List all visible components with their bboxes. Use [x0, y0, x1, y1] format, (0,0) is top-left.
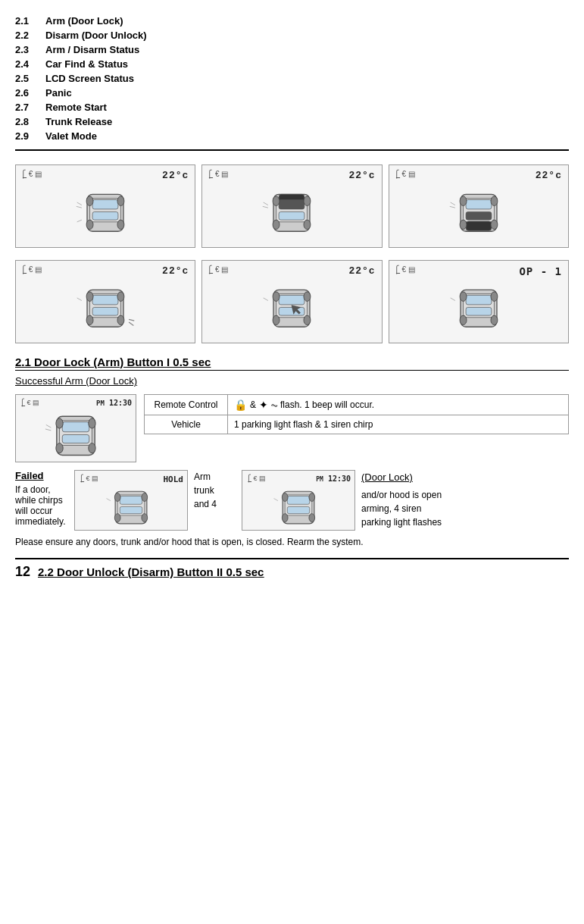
svg-line-53: [264, 298, 268, 301]
car-diagram-3: ⎧̲ € ▤ 22°c: [389, 164, 569, 248]
right-car-svg: [246, 486, 351, 526]
svg-rect-26: [466, 211, 492, 220]
svg-point-30: [491, 220, 498, 229]
failed-car-right-image: ⎧̲ € ▤ PM 12:30: [242, 470, 355, 531]
svg-point-27: [460, 196, 467, 205]
signal-icon: ⎧̲ € ▤: [20, 170, 42, 178]
toc-item: 2.5 LCD Screen Status: [15, 71, 569, 86]
svg-point-7: [117, 220, 124, 229]
svg-point-58: [460, 292, 467, 301]
svg-point-87: [309, 493, 315, 501]
arm-label: Arm: [194, 470, 236, 484]
toc-num: 2.4: [15, 58, 36, 70]
svg-line-62: [450, 298, 454, 301]
svg-point-50: [273, 315, 280, 324]
svg-rect-57: [466, 307, 492, 315]
svg-point-70: [89, 443, 95, 453]
svg-point-68: [89, 418, 95, 428]
car-diagram-1: ⎧̲ € ▤ 22°c: [15, 164, 195, 248]
svg-line-8: [77, 202, 82, 205]
car-image-1: [23, 182, 187, 241]
section-21-label: 2.1 Door Lock (Arm) Button I 0.5 sec: [15, 356, 211, 368]
toc-label: Car Find & Status: [45, 58, 128, 70]
svg-line-72: [45, 429, 51, 431]
remote-icons: 🔒 & ✦ ⏦ flash. 1 beep will occur.: [234, 399, 562, 411]
arm-section: ⎧̲ € ▤ PM 12:30 Remote Control: [15, 394, 569, 462]
svg-line-90: [274, 498, 278, 500]
toc-num: 2.9: [15, 130, 36, 142]
svg-point-67: [56, 418, 63, 428]
svg-point-51: [304, 315, 311, 324]
ampersand: &: [250, 399, 256, 410]
car-diagram-6: ⎧̲ € ▤ OP - 1: [389, 260, 569, 343]
svg-point-40: [117, 315, 124, 324]
flash-text: flash. 1 beep will occur.: [280, 399, 374, 410]
failed-car-svg: [79, 486, 183, 526]
section-22-heading: 2.2 Door Unlock (Disarm) Button II 0.5 s…: [38, 565, 264, 578]
svg-rect-84: [287, 496, 309, 504]
table-cell-label: Remote Control: [145, 395, 228, 415]
svg-point-16: [273, 196, 280, 205]
signal-icon-right: ⎧̲ € ▤: [246, 475, 266, 482]
toc-label: LCD Screen Status: [45, 73, 134, 84]
toc-item: 2.8 Trunk Release: [15, 114, 569, 129]
lcd-display-4: 22°c: [162, 265, 189, 277]
svg-rect-46: [280, 295, 305, 304]
svg-point-77: [114, 493, 120, 501]
svg-point-5: [117, 196, 124, 205]
svg-point-79: [114, 513, 120, 522]
toc-label: Panic: [45, 87, 72, 99]
lock-icon: 🔒: [234, 399, 247, 411]
svg-point-6: [86, 220, 93, 229]
svg-rect-76: [120, 506, 142, 513]
svg-point-29: [460, 220, 467, 229]
signal-icon-arm: ⎧̲ € ▤: [20, 399, 39, 406]
sub-heading-label: Successful Arm (Door Lock): [15, 375, 137, 387]
svg-point-19: [304, 220, 311, 229]
car-diagram-2: ⎧̲ € ▤ 22°c: [201, 164, 382, 248]
signal-icon-failed: ⎧̲ € ▤: [79, 475, 98, 482]
svg-point-59: [491, 292, 498, 301]
arm-info-table: Remote Control 🔒 & ✦ ⏦ flash. 1 beep wil…: [144, 394, 569, 434]
car-image-2: [210, 182, 373, 241]
table-cell-label: Vehicle: [145, 415, 228, 434]
svg-rect-35: [92, 295, 118, 304]
svg-point-17: [304, 196, 311, 205]
svg-rect-24: [466, 221, 492, 230]
lcd-right: PM 12:30: [316, 475, 351, 483]
failed-car-image: ⎧̲ € ▤ HOLd: [74, 470, 188, 531]
lcd-display-3: 22°c: [536, 170, 562, 181]
beep-icon: ⏦: [271, 399, 277, 411]
svg-rect-3: [92, 211, 118, 220]
car-image-6: [397, 277, 561, 337]
svg-rect-36: [92, 307, 118, 315]
table-cell-value: 🔒 & ✦ ⏦ flash. 1 beep will occur.: [228, 395, 569, 415]
failed-heading: Failed: [15, 470, 68, 481]
toc-label: Arm / Disarm Status: [45, 44, 139, 55]
svg-point-18: [273, 220, 280, 229]
table-row: Vehicle 1 parking light flash & 1 siren …: [145, 415, 569, 434]
svg-point-61: [491, 315, 498, 324]
car-diagram-4: ⎧̲ € ▤ 22°c: [15, 260, 195, 343]
toc-label: Disarm (Door Unlock): [45, 30, 147, 41]
svg-line-71: [46, 424, 52, 428]
toc-label: Remote Start: [45, 102, 107, 113]
signal-icon: ⎧̲ € ▤: [20, 265, 42, 274]
svg-line-81: [107, 498, 111, 500]
toc-item: 2.3 Arm / Disarm Status: [15, 42, 569, 57]
signal-icon: ⎧̲ € ▤: [394, 265, 415, 274]
svg-line-41: [129, 322, 133, 325]
trunk-label: trunk: [194, 484, 236, 497]
car-image-4: [23, 277, 187, 337]
car-image-3: [397, 182, 561, 241]
table-of-contents: 2.1 Arm (Door Lock) 2.2 Disarm (Door Unl…: [15, 8, 569, 151]
svg-point-69: [56, 443, 63, 453]
car-diagram-5: ⎧̲ € ▤ 22°c: [201, 260, 382, 343]
notice-text: Please ensure any doors, trunk and/or ho…: [15, 535, 569, 549]
lcd-display-1: 22°c: [162, 170, 189, 181]
svg-rect-75: [120, 496, 142, 504]
toc-num: 2.1: [15, 15, 36, 27]
svg-line-31: [450, 202, 454, 205]
sub-heading-arm: Successful Arm (Door Lock): [15, 375, 569, 387]
svg-line-32: [450, 206, 455, 208]
